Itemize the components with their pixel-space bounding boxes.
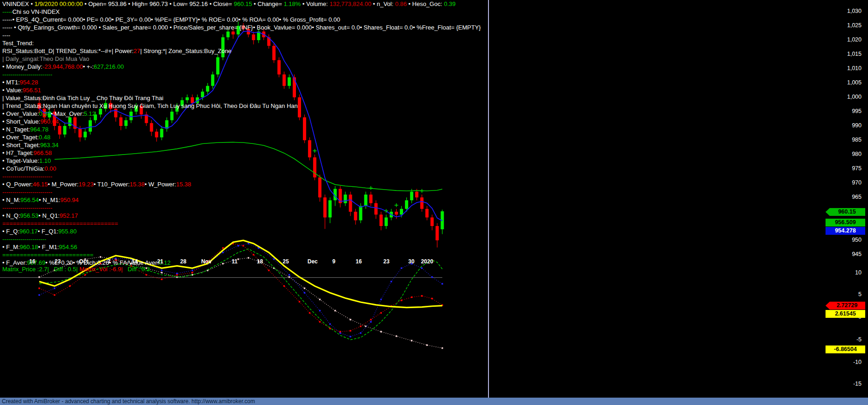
text-segment: 0.48: [39, 134, 50, 141]
date-tick-label: 25: [283, 258, 289, 265]
last-value-tag: 2.61545: [826, 310, 865, 318]
text-segment: • Short_Taget:: [2, 142, 40, 149]
text-segment: • Change=: [252, 0, 284, 7]
text-segment: • W_Power:: [145, 181, 176, 188]
info-line: ----------------------: [2, 235, 46, 243]
text-segment: 954.56: [59, 244, 78, 250]
date-tick-label: 18: [257, 258, 263, 265]
text-segment: • N_Taget:: [2, 126, 30, 133]
text-segment: • N_M:: [2, 197, 20, 203]
last-value-tag: 954.278: [826, 227, 865, 235]
text-segment: RSI_Status:Bott_D| TREND_Status:*--#+| P…: [2, 48, 133, 54]
price-tick-label: 965: [826, 194, 865, 200]
date-tick-label: Oct: [79, 258, 88, 265]
lower-panel-label: Matrix_Price :2.7| Diff : 0.5| Matrix_Vo…: [2, 265, 150, 273]
text-segment: Matrix_Vol :-6.9|: [79, 266, 123, 273]
date-tick-label: 16: [29, 258, 35, 265]
text-segment: • Open= 953.86 • High= 960.73 • Low= 952…: [83, 0, 234, 7]
info-line: -----• EPS_4Q_Current= 0.000• PE= 0.00• …: [2, 16, 340, 24]
info-line: | Trend_Status:Ngan Han chuyên tu Xu Huo…: [2, 102, 298, 110]
date-tick-label: Dec: [307, 258, 318, 265]
crosshair-cursor-line: [488, 0, 489, 398]
price-tick-label: 945: [826, 251, 865, 257]
text-segment: 960.18: [20, 244, 38, 250]
price-tick-label: 1,015: [826, 51, 865, 57]
price-tick-label: -5: [826, 336, 865, 343]
info-line: • Over_Value:0.38• Max_Over:5.12: [2, 110, 96, 118]
date-tick-label: 23: [54, 258, 60, 265]
chart-canvas[interactable]: [0, 0, 868, 398]
price-tick-label: 990: [826, 122, 865, 129]
text-segment: • N_Q1:: [38, 212, 60, 219]
date-tick-label: 7: [108, 258, 111, 265]
price-tick-label: 1,005: [826, 79, 865, 86]
date-tick-label: 16: [356, 258, 362, 265]
text-segment: -23,944,768.00: [42, 63, 83, 70]
info-line: • F_M:960.18• F_M1:954.56: [2, 243, 77, 251]
price-tick-label: 975: [826, 165, 865, 172]
text-segment: • Money_Daily:: [2, 63, 42, 70]
info-line: • Short_Value:960.64: [2, 118, 59, 125]
text-segment: 964.78: [30, 126, 48, 133]
info-line: • Taget-Value:1.10: [2, 157, 51, 165]
text-segment: 956.53: [20, 212, 39, 219]
info-line: • N_Q:956.53• N_Q1:952.17: [2, 212, 78, 220]
status-bar-text: Created with AmiBroker - advanced charti…: [2, 398, 255, 405]
date-tick-label: 28: [180, 258, 186, 265]
text-segment: -----• EPS_4Q_Current= 0.000• PE= 0.00• …: [2, 16, 340, 23]
text-segment: • F_Q1:: [38, 228, 58, 235]
lower-series-matrix-yellow: [39, 240, 442, 308]
text-segment: 966.58: [33, 149, 52, 156]
price-tick-label: 1,010: [826, 65, 865, 71]
text-segment: • Value:: [2, 87, 23, 94]
text-segment: • N_M1:: [39, 197, 60, 203]
text-segment: 15.38: [130, 181, 145, 188]
text-segment: • T10_Power:: [94, 181, 130, 188]
text-segment: | Value_Status:Đinh Gia Tich Luy _ Cho T…: [2, 95, 163, 101]
text-segment: 960.64: [40, 118, 59, 125]
text-segment: 15.38: [176, 181, 191, 188]
text-segment: • F_M:: [2, 244, 20, 250]
text-segment: 960.15: [234, 0, 252, 7]
text-segment: • Over_Value:: [2, 110, 39, 117]
text-segment: 956.51: [23, 87, 41, 94]
text-segment: • Over_Taget:: [2, 134, 39, 141]
text-segment: -------------------------: [2, 71, 52, 78]
text-segment: -----: [2, 8, 12, 15]
price-tick-label: -10: [826, 359, 865, 365]
text-segment: 132,773,824.00: [330, 0, 371, 7]
text-segment: Chi so VN-INDEX: [12, 8, 60, 15]
info-line: RSI_Status:Bott_D| TREND_Status:*--#+| P…: [2, 47, 231, 55]
text-segment: | Trend_Status:Ngan Han chuyên tu Xu Huo…: [2, 102, 298, 109]
text-segment: Diff : 0.3: [123, 266, 150, 273]
last-value-tag: 960.15: [826, 208, 865, 216]
ma-fast-line: [39, 31, 442, 220]
price-tick-label: 1,000: [826, 94, 865, 100]
text-segment: ----- • Qtrly_Earings_Growth= 0.000 • Sa…: [2, 24, 481, 31]
text-segment: 954.28: [20, 79, 38, 86]
status-bar: Created with AmiBroker - advanced charti…: [0, 398, 868, 405]
text-segment: • Short_Value:: [2, 118, 40, 125]
price-tick-label: -15: [826, 381, 865, 387]
info-line: -----Chi so VN-INDEX: [2, 8, 60, 16]
candles-group: [38, 22, 444, 248]
date-tick-label: 23: [383, 258, 389, 265]
text-segment: • F_Q:: [2, 228, 19, 235]
text-segment: • H7_Taget:: [2, 149, 33, 156]
date-tick-label: 21: [157, 258, 163, 265]
text-segment: Test_Trend:: [2, 40, 34, 47]
text-segment: VNINDEX: [2, 0, 29, 7]
text-segment: 0.39: [444, 0, 455, 7]
text-segment: -------------------------: [2, 189, 52, 196]
info-line: • Q_Power:46.15• M_Power:19.23• T10_Powe…: [2, 180, 191, 188]
text-segment: • CoTuc/ThiGia:: [2, 165, 44, 172]
date-tick-label: 9: [332, 258, 336, 265]
text-segment: 960.17: [19, 228, 38, 235]
info-line: ==========================: [2, 251, 93, 259]
info-line: • Short_Taget:963.34: [2, 141, 59, 149]
text-segment: 0.86: [395, 0, 407, 7]
info-line: • N_M:956.54• N_M1:950.94: [2, 196, 78, 204]
price-tick-label: 1,025: [826, 22, 865, 29]
last-value-tag: 956.509: [826, 219, 865, 226]
info-line: • F_Q:960.17• F_Q1:955.80: [2, 227, 77, 235]
